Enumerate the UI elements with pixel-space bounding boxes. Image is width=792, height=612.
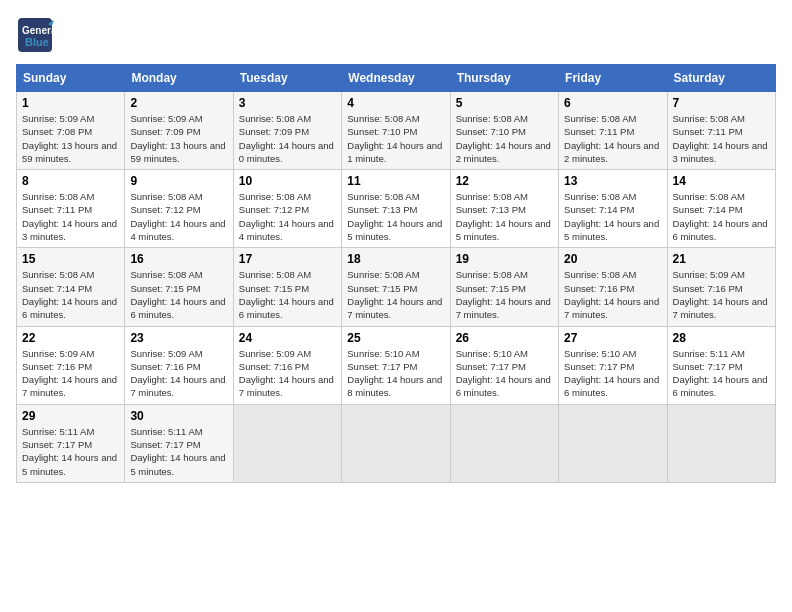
page-header: General Blue <box>16 16 776 54</box>
day-number: 1 <box>22 96 119 110</box>
calendar-cell: 12Sunrise: 5:08 AMSunset: 7:13 PMDayligh… <box>450 170 558 248</box>
day-info: Sunrise: 5:10 AMSunset: 7:17 PMDaylight:… <box>347 347 444 400</box>
calendar-week-5: 29Sunrise: 5:11 AMSunset: 7:17 PMDayligh… <box>17 404 776 482</box>
calendar-week-3: 15Sunrise: 5:08 AMSunset: 7:14 PMDayligh… <box>17 248 776 326</box>
day-info: Sunrise: 5:09 AMSunset: 7:16 PMDaylight:… <box>22 347 119 400</box>
day-number: 10 <box>239 174 336 188</box>
weekday-header-friday: Friday <box>559 65 667 92</box>
day-info: Sunrise: 5:08 AMSunset: 7:14 PMDaylight:… <box>22 268 119 321</box>
calendar-cell: 11Sunrise: 5:08 AMSunset: 7:13 PMDayligh… <box>342 170 450 248</box>
day-info: Sunrise: 5:08 AMSunset: 7:14 PMDaylight:… <box>564 190 661 243</box>
calendar-cell: 2Sunrise: 5:09 AMSunset: 7:09 PMDaylight… <box>125 92 233 170</box>
day-info: Sunrise: 5:09 AMSunset: 7:09 PMDaylight:… <box>130 112 227 165</box>
day-info: Sunrise: 5:11 AMSunset: 7:17 PMDaylight:… <box>22 425 119 478</box>
day-info: Sunrise: 5:08 AMSunset: 7:15 PMDaylight:… <box>456 268 553 321</box>
day-number: 11 <box>347 174 444 188</box>
day-number: 9 <box>130 174 227 188</box>
day-number: 18 <box>347 252 444 266</box>
calendar-cell: 8Sunrise: 5:08 AMSunset: 7:11 PMDaylight… <box>17 170 125 248</box>
day-number: 2 <box>130 96 227 110</box>
day-info: Sunrise: 5:09 AMSunset: 7:16 PMDaylight:… <box>239 347 336 400</box>
weekday-header-thursday: Thursday <box>450 65 558 92</box>
calendar-cell <box>559 404 667 482</box>
day-number: 17 <box>239 252 336 266</box>
day-number: 30 <box>130 409 227 423</box>
day-info: Sunrise: 5:08 AMSunset: 7:11 PMDaylight:… <box>673 112 770 165</box>
day-number: 25 <box>347 331 444 345</box>
calendar-cell <box>342 404 450 482</box>
calendar-cell: 27Sunrise: 5:10 AMSunset: 7:17 PMDayligh… <box>559 326 667 404</box>
calendar-cell: 14Sunrise: 5:08 AMSunset: 7:14 PMDayligh… <box>667 170 775 248</box>
calendar-week-4: 22Sunrise: 5:09 AMSunset: 7:16 PMDayligh… <box>17 326 776 404</box>
calendar-cell: 15Sunrise: 5:08 AMSunset: 7:14 PMDayligh… <box>17 248 125 326</box>
calendar-week-1: 1Sunrise: 5:09 AMSunset: 7:08 PMDaylight… <box>17 92 776 170</box>
calendar-cell: 25Sunrise: 5:10 AMSunset: 7:17 PMDayligh… <box>342 326 450 404</box>
calendar-cell: 26Sunrise: 5:10 AMSunset: 7:17 PMDayligh… <box>450 326 558 404</box>
day-number: 3 <box>239 96 336 110</box>
day-info: Sunrise: 5:08 AMSunset: 7:11 PMDaylight:… <box>22 190 119 243</box>
day-info: Sunrise: 5:09 AMSunset: 7:08 PMDaylight:… <box>22 112 119 165</box>
calendar-cell: 18Sunrise: 5:08 AMSunset: 7:15 PMDayligh… <box>342 248 450 326</box>
weekday-header-tuesday: Tuesday <box>233 65 341 92</box>
day-number: 13 <box>564 174 661 188</box>
calendar-cell: 5Sunrise: 5:08 AMSunset: 7:10 PMDaylight… <box>450 92 558 170</box>
day-info: Sunrise: 5:10 AMSunset: 7:17 PMDaylight:… <box>564 347 661 400</box>
day-number: 22 <box>22 331 119 345</box>
day-info: Sunrise: 5:08 AMSunset: 7:15 PMDaylight:… <box>347 268 444 321</box>
day-info: Sunrise: 5:08 AMSunset: 7:11 PMDaylight:… <box>564 112 661 165</box>
day-info: Sunrise: 5:08 AMSunset: 7:13 PMDaylight:… <box>456 190 553 243</box>
day-info: Sunrise: 5:08 AMSunset: 7:09 PMDaylight:… <box>239 112 336 165</box>
calendar-cell: 22Sunrise: 5:09 AMSunset: 7:16 PMDayligh… <box>17 326 125 404</box>
calendar-cell: 28Sunrise: 5:11 AMSunset: 7:17 PMDayligh… <box>667 326 775 404</box>
calendar-cell: 4Sunrise: 5:08 AMSunset: 7:10 PMDaylight… <box>342 92 450 170</box>
day-number: 23 <box>130 331 227 345</box>
day-number: 14 <box>673 174 770 188</box>
day-info: Sunrise: 5:08 AMSunset: 7:15 PMDaylight:… <box>239 268 336 321</box>
day-info: Sunrise: 5:08 AMSunset: 7:15 PMDaylight:… <box>130 268 227 321</box>
calendar-cell: 9Sunrise: 5:08 AMSunset: 7:12 PMDaylight… <box>125 170 233 248</box>
day-number: 16 <box>130 252 227 266</box>
day-info: Sunrise: 5:11 AMSunset: 7:17 PMDaylight:… <box>673 347 770 400</box>
day-info: Sunrise: 5:09 AMSunset: 7:16 PMDaylight:… <box>130 347 227 400</box>
calendar-cell: 24Sunrise: 5:09 AMSunset: 7:16 PMDayligh… <box>233 326 341 404</box>
weekday-header-monday: Monday <box>125 65 233 92</box>
calendar-cell <box>667 404 775 482</box>
calendar-cell: 10Sunrise: 5:08 AMSunset: 7:12 PMDayligh… <box>233 170 341 248</box>
day-number: 19 <box>456 252 553 266</box>
calendar-cell: 23Sunrise: 5:09 AMSunset: 7:16 PMDayligh… <box>125 326 233 404</box>
calendar-cell: 6Sunrise: 5:08 AMSunset: 7:11 PMDaylight… <box>559 92 667 170</box>
day-info: Sunrise: 5:08 AMSunset: 7:12 PMDaylight:… <box>130 190 227 243</box>
day-info: Sunrise: 5:08 AMSunset: 7:10 PMDaylight:… <box>456 112 553 165</box>
day-number: 12 <box>456 174 553 188</box>
svg-text:General: General <box>22 25 54 36</box>
calendar-cell: 21Sunrise: 5:09 AMSunset: 7:16 PMDayligh… <box>667 248 775 326</box>
weekday-header-wednesday: Wednesday <box>342 65 450 92</box>
day-number: 26 <box>456 331 553 345</box>
day-number: 21 <box>673 252 770 266</box>
calendar-cell <box>450 404 558 482</box>
day-number: 24 <box>239 331 336 345</box>
calendar-cell: 13Sunrise: 5:08 AMSunset: 7:14 PMDayligh… <box>559 170 667 248</box>
calendar-cell: 30Sunrise: 5:11 AMSunset: 7:17 PMDayligh… <box>125 404 233 482</box>
calendar-cell <box>233 404 341 482</box>
logo-icon: General Blue <box>16 16 54 54</box>
calendar-table: SundayMondayTuesdayWednesdayThursdayFrid… <box>16 64 776 483</box>
calendar-header-row: SundayMondayTuesdayWednesdayThursdayFrid… <box>17 65 776 92</box>
calendar-cell: 16Sunrise: 5:08 AMSunset: 7:15 PMDayligh… <box>125 248 233 326</box>
calendar-cell: 29Sunrise: 5:11 AMSunset: 7:17 PMDayligh… <box>17 404 125 482</box>
day-info: Sunrise: 5:11 AMSunset: 7:17 PMDaylight:… <box>130 425 227 478</box>
day-info: Sunrise: 5:08 AMSunset: 7:14 PMDaylight:… <box>673 190 770 243</box>
calendar-cell: 3Sunrise: 5:08 AMSunset: 7:09 PMDaylight… <box>233 92 341 170</box>
day-number: 29 <box>22 409 119 423</box>
day-number: 7 <box>673 96 770 110</box>
day-number: 27 <box>564 331 661 345</box>
weekday-header-sunday: Sunday <box>17 65 125 92</box>
day-number: 6 <box>564 96 661 110</box>
svg-text:Blue: Blue <box>25 36 49 48</box>
day-info: Sunrise: 5:08 AMSunset: 7:10 PMDaylight:… <box>347 112 444 165</box>
day-number: 8 <box>22 174 119 188</box>
day-info: Sunrise: 5:08 AMSunset: 7:16 PMDaylight:… <box>564 268 661 321</box>
calendar-cell: 17Sunrise: 5:08 AMSunset: 7:15 PMDayligh… <box>233 248 341 326</box>
day-info: Sunrise: 5:10 AMSunset: 7:17 PMDaylight:… <box>456 347 553 400</box>
day-info: Sunrise: 5:09 AMSunset: 7:16 PMDaylight:… <box>673 268 770 321</box>
